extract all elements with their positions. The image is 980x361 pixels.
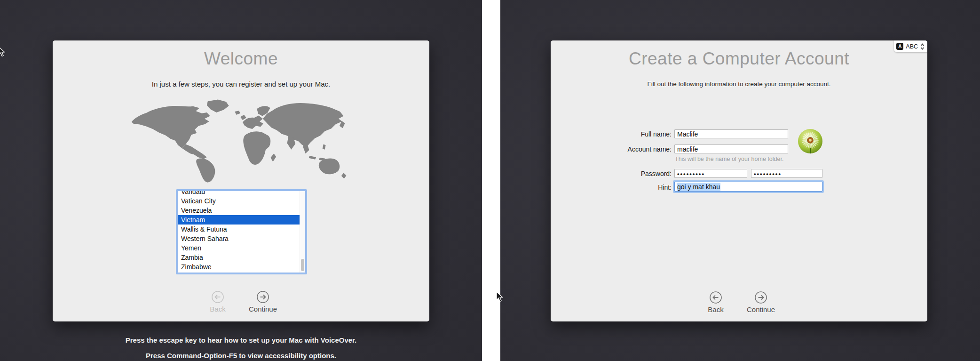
back-button[interactable]: Back	[701, 291, 731, 313]
back-button: Back	[203, 290, 233, 313]
voiceover-instruction: Press the escape key to hear how to set …	[0, 336, 482, 344]
country-list-item[interactable]: Wallis & Futuna	[178, 225, 305, 234]
account-name-input[interactable]	[674, 144, 788, 153]
country-list-item[interactable]: Zambia	[178, 253, 305, 262]
hint-selected-text: goi y mat khau	[677, 183, 720, 191]
country-list-item[interactable]: Yemen	[178, 243, 305, 253]
password-label: Password:	[601, 170, 672, 177]
mouse-cursor	[0, 46, 6, 57]
continue-button[interactable]: Continue	[248, 290, 278, 313]
scrollbar-thumb[interactable]	[301, 259, 304, 271]
back-arrow-icon	[211, 290, 224, 304]
full-name-input[interactable]	[674, 129, 788, 138]
country-list-item[interactable]: Vanuatu	[178, 191, 305, 196]
continue-button-label: Continue	[249, 305, 277, 313]
continue-button[interactable]: Continue	[746, 291, 776, 313]
verify-password-input[interactable]	[751, 169, 822, 178]
account-name-helper: This will be the name of your home folde…	[675, 156, 783, 162]
accessibility-instruction: Press Command-Option-F5 to view accessib…	[0, 352, 482, 360]
full-name-label: Full name:	[601, 130, 672, 138]
world-map-image	[127, 94, 356, 184]
hint-label: Hint:	[601, 184, 672, 191]
country-list-item-selected[interactable]: Vietnam	[178, 215, 305, 225]
mouse-cursor	[496, 291, 504, 303]
back-arrow-icon	[709, 291, 722, 304]
country-list-item[interactable]: Vatican City	[178, 196, 305, 206]
create-account-subtitle: Fill out the following information to cr…	[551, 80, 927, 88]
country-list-item[interactable]: Western Sahara	[178, 234, 305, 243]
password-input[interactable]	[674, 169, 747, 178]
country-list-scrollbar[interactable]	[300, 191, 305, 273]
back-button-label: Back	[210, 305, 225, 313]
create-account-title: Create a Computer Account	[551, 49, 927, 69]
account-avatar[interactable]	[797, 128, 823, 154]
continue-arrow-icon	[754, 291, 767, 304]
country-list-item[interactable]: Venezuela	[178, 206, 305, 215]
back-button-label: Back	[708, 305, 723, 313]
account-name-label: Account name:	[601, 145, 672, 153]
continue-arrow-icon	[256, 290, 269, 304]
hint-input[interactable]: goi y mat khau	[674, 182, 822, 192]
welcome-title: Welcome	[53, 49, 429, 69]
continue-button-label: Continue	[747, 305, 775, 313]
welcome-subtitle: In just a few steps, you can register an…	[53, 80, 429, 88]
welcome-dialog: Welcome In just a few steps, you can reg…	[53, 40, 429, 321]
create-account-dialog: A ABC Create a Computer Account Fill out…	[551, 40, 927, 321]
setup-assistant-screens: Press the escape key to hear how to set …	[0, 0, 980, 361]
country-list[interactable]: Vanuatu Vatican City Venezuela Vietnam W…	[177, 191, 306, 273]
country-list-item[interactable]: Zimbabwe	[178, 262, 305, 272]
